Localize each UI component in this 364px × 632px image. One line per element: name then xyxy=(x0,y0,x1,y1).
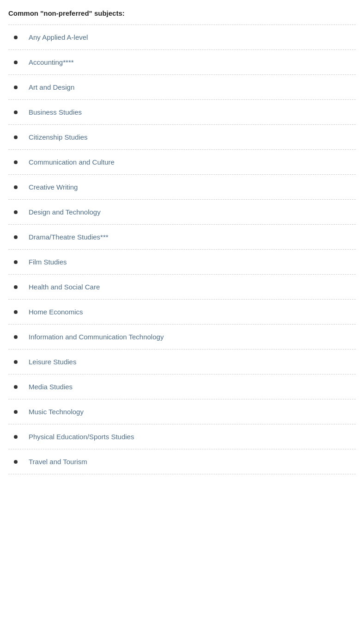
list-item: Music Technology xyxy=(8,399,356,424)
bullet-icon xyxy=(14,310,18,314)
list-item: Home Economics xyxy=(8,300,356,325)
bullet-icon xyxy=(14,61,18,64)
list-item: Drama/Theatre Studies*** xyxy=(8,225,356,250)
list-item: Media Studies xyxy=(8,374,356,399)
list-item: Citizenship Studies xyxy=(8,125,356,150)
bullet-icon xyxy=(14,185,18,189)
subject-label: Any Applied A-level xyxy=(29,33,88,41)
bullet-icon xyxy=(14,135,18,139)
subject-label: Citizenship Studies xyxy=(29,133,88,141)
subject-label: Health and Social Care xyxy=(29,283,100,291)
bullet-icon xyxy=(14,235,18,239)
bullet-icon xyxy=(14,86,18,89)
bullet-icon xyxy=(14,110,18,114)
list-item: Communication and Culture xyxy=(8,150,356,175)
subject-label: Physical Education/Sports Studies xyxy=(29,433,134,441)
list-item: Creative Writing xyxy=(8,175,356,200)
bullet-icon xyxy=(14,335,18,339)
bullet-icon xyxy=(14,435,18,439)
subject-list: Any Applied A-levelAccounting****Art and… xyxy=(8,25,356,474)
subject-label: Information and Communication Technology xyxy=(29,333,164,341)
subject-label: Music Technology xyxy=(29,408,84,416)
subject-label: Art and Design xyxy=(29,83,74,91)
list-item: Business Studies xyxy=(8,100,356,125)
bullet-icon xyxy=(14,210,18,214)
subject-label: Business Studies xyxy=(29,108,82,116)
subject-label: Communication and Culture xyxy=(29,158,115,166)
section-heading: Common "non-preferred" subjects: xyxy=(8,9,356,17)
list-item: Physical Education/Sports Studies xyxy=(8,424,356,449)
list-item: Health and Social Care xyxy=(8,275,356,300)
bullet-icon xyxy=(14,260,18,264)
subject-label: Home Economics xyxy=(29,308,83,316)
subject-label: Media Studies xyxy=(29,383,73,391)
list-item: Design and Technology xyxy=(8,200,356,225)
subject-label: Drama/Theatre Studies*** xyxy=(29,233,109,241)
bullet-icon xyxy=(14,385,18,389)
subject-label: Design and Technology xyxy=(29,208,101,216)
bullet-icon xyxy=(14,410,18,414)
subject-label: Accounting**** xyxy=(29,58,74,66)
subject-label: Creative Writing xyxy=(29,183,78,191)
subject-label: Film Studies xyxy=(29,258,67,266)
bullet-icon xyxy=(14,360,18,364)
subject-label: Travel and Tourism xyxy=(29,458,87,466)
bullet-icon xyxy=(14,160,18,164)
list-item: Travel and Tourism xyxy=(8,449,356,474)
list-item: Film Studies xyxy=(8,250,356,275)
list-item: Accounting**** xyxy=(8,50,356,75)
list-item: Any Applied A-level xyxy=(8,25,356,50)
subject-label: Leisure Studies xyxy=(29,358,76,366)
bullet-icon xyxy=(14,460,18,464)
bullet-icon xyxy=(14,285,18,289)
list-item: Information and Communication Technology xyxy=(8,325,356,350)
list-item: Leisure Studies xyxy=(8,350,356,374)
list-item: Art and Design xyxy=(8,75,356,100)
bullet-icon xyxy=(14,36,18,39)
